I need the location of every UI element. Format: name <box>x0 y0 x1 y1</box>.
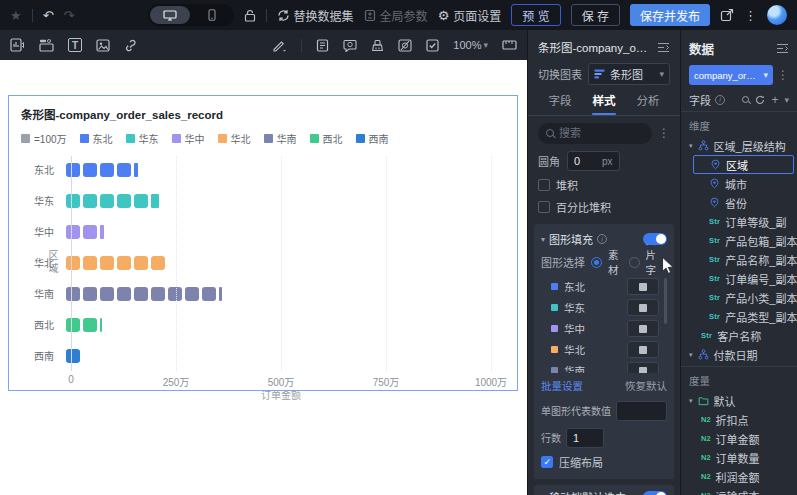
field-row[interactable]: ▾默认 <box>681 391 797 410</box>
mobile-default-toggle[interactable] <box>643 491 667 495</box>
shape-picker-button[interactable] <box>627 299 659 316</box>
shape-picker-button[interactable] <box>627 320 659 337</box>
legend-item[interactable]: 西北 <box>310 131 343 146</box>
style-search-input[interactable] <box>559 127 639 139</box>
field-row[interactable]: Str产品包箱_副本 <box>681 231 797 250</box>
chevron-down-icon[interactable]: ▾ <box>689 142 693 150</box>
legend-item[interactable]: 西南 <box>356 131 389 146</box>
symbol-square[interactable] <box>134 287 148 301</box>
symbol-square[interactable] <box>117 287 131 301</box>
symbol-square[interactable] <box>117 163 131 177</box>
symbol-square[interactable] <box>185 287 199 301</box>
field-search-icon[interactable] <box>742 96 749 103</box>
shape-picker-button[interactable] <box>627 341 659 358</box>
add-field-icon[interactable]: + <box>771 94 778 106</box>
symbol-square[interactable] <box>66 194 80 208</box>
compress-layout-row[interactable]: 压缩布局 <box>541 451 667 473</box>
more-menu-icon[interactable]: ⋮ <box>744 9 757 22</box>
symbol-square[interactable] <box>83 194 97 208</box>
add-filter-card-icon[interactable] <box>39 39 54 52</box>
save-button[interactable]: 保 存 <box>571 4 620 26</box>
symbol-square[interactable] <box>66 349 80 363</box>
radio-material[interactable] <box>591 257 602 268</box>
symbol-square[interactable] <box>66 163 80 177</box>
field-row[interactable]: ▾付款日期 <box>681 345 797 364</box>
legend-item[interactable]: 华中 <box>172 131 205 146</box>
corner-radius-input[interactable] <box>574 155 598 167</box>
per-symbol-value-input[interactable] <box>623 405 660 417</box>
refresh-icon[interactable] <box>755 95 765 105</box>
symbol-square[interactable] <box>66 318 80 332</box>
rows-count-field[interactable] <box>566 428 604 448</box>
add-link-icon[interactable] <box>124 39 138 52</box>
collapse-panel-icon[interactable] <box>657 42 670 53</box>
clean-brush-icon[interactable] <box>371 39 384 52</box>
field-row[interactable]: N2运输成本 <box>681 486 797 495</box>
field-row[interactable]: 城市 <box>681 174 797 193</box>
symbol-square[interactable] <box>83 256 97 270</box>
add-image-icon[interactable] <box>96 39 110 52</box>
legend-item[interactable]: =100万 <box>21 131 67 146</box>
chevron-down-icon[interactable]: ▾ <box>541 235 545 244</box>
symbol-square[interactable] <box>134 194 148 208</box>
desktop-mode-segment[interactable] <box>150 6 190 24</box>
shape-picker-button[interactable] <box>627 362 659 373</box>
field-row[interactable]: 区域 <box>693 155 794 174</box>
shape-fill-toggle[interactable] <box>643 233 667 245</box>
comment-icon[interactable] <box>343 39 357 52</box>
dataset-dropdown[interactable]: company_order_s... ▾ <box>689 65 773 85</box>
favorite-star-icon[interactable]: ★ <box>10 9 22 22</box>
field-row[interactable]: 省份 <box>681 193 797 212</box>
field-row[interactable]: N2折扣点 <box>681 410 797 429</box>
mobile-mode-segment[interactable] <box>192 6 232 24</box>
field-row[interactable]: N2利润金额 <box>681 467 797 486</box>
symbol-square[interactable] <box>151 287 165 301</box>
collapse-panel-icon[interactable] <box>776 43 789 54</box>
symbol-square[interactable] <box>151 256 165 270</box>
global-params-button[interactable]: 全局参数 <box>364 7 428 24</box>
chart-widget[interactable]: 条形图-company_order_sales_record =100万东北华东… <box>8 95 518 391</box>
chevron-down-icon[interactable]: ▾ <box>689 397 693 405</box>
chevron-down-icon[interactable]: ▾ <box>689 351 693 359</box>
stack-checkbox-row[interactable]: 堆积 <box>538 174 670 196</box>
chevron-down-icon[interactable]: ▾ <box>784 95 789 105</box>
legend-item[interactable]: 东北 <box>80 131 113 146</box>
field-row[interactable]: Str产品类型_副本 <box>681 307 797 326</box>
symbol-square[interactable] <box>83 287 97 301</box>
symbol-square[interactable] <box>202 287 216 301</box>
symbol-square[interactable] <box>100 287 114 301</box>
canvas[interactable]: 条形图-company_order_sales_record =100万东北华东… <box>0 60 527 495</box>
radio-image-field[interactable] <box>629 257 640 268</box>
avatar[interactable] <box>767 5 787 25</box>
compress-layout-checkbox[interactable] <box>541 456 553 468</box>
field-row[interactable]: N2订单金额 <box>681 429 797 448</box>
legend-item[interactable]: 华南 <box>264 131 297 146</box>
rows-count-input[interactable] <box>573 432 597 444</box>
field-row[interactable]: Str产品小类_副本 <box>681 288 797 307</box>
percent-stack-checkbox[interactable] <box>538 201 550 213</box>
scrollbar[interactable] <box>664 278 667 324</box>
legend-item[interactable]: 华东 <box>126 131 159 146</box>
symbol-partial[interactable] <box>151 194 159 208</box>
symbol-partial[interactable] <box>219 287 222 301</box>
shape-picker-button[interactable] <box>627 278 659 295</box>
symbol-partial[interactable] <box>100 318 102 332</box>
hide-component-icon[interactable] <box>398 39 412 52</box>
symbol-square[interactable] <box>66 256 80 270</box>
tab-fields[interactable]: 字段 <box>538 88 582 115</box>
page-settings-button[interactable]: ⚙ 页面设置 <box>438 7 502 24</box>
symbol-square[interactable] <box>168 287 182 301</box>
field-row[interactable]: ▾区域_层级结构 <box>681 136 797 155</box>
redo-icon[interactable]: ↷ <box>64 9 75 22</box>
tab-analysis[interactable]: 分析 <box>626 88 670 115</box>
field-row[interactable]: N2订单数量 <box>681 448 797 467</box>
replace-dataset-button[interactable]: 替换数据集 <box>277 7 354 24</box>
dataset-more-icon[interactable]: ⋮ <box>777 68 789 82</box>
batch-set-link[interactable]: 批量设置 <box>541 378 583 393</box>
symbol-square[interactable] <box>83 318 97 332</box>
undo-icon[interactable]: ↶ <box>43 9 54 22</box>
chart-type-dropdown[interactable]: 条形图 ▾ <box>588 63 670 85</box>
corner-radius-field[interactable]: px <box>567 151 620 171</box>
field-row[interactable]: Str订单等级_副 <box>681 212 797 231</box>
symbol-partial[interactable] <box>134 163 138 177</box>
